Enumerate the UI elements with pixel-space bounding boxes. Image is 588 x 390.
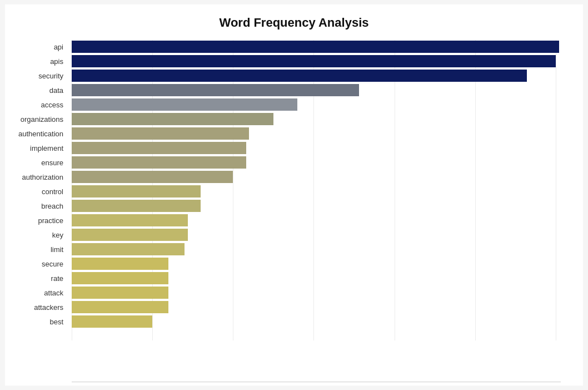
bar-row: access <box>72 98 561 111</box>
bar-fill <box>72 127 249 140</box>
bar-row: api <box>72 40 561 53</box>
bar-fill <box>72 200 201 212</box>
bar-fill <box>72 315 152 328</box>
bar-fill <box>72 84 359 96</box>
bar-fill <box>72 214 188 226</box>
bar-label: api <box>8 43 69 51</box>
bar-row: apis <box>72 55 561 68</box>
bar-label: authorization <box>8 173 69 181</box>
bar-row: limit <box>72 243 561 256</box>
bar-fill <box>72 156 246 169</box>
bar-fill <box>72 229 188 241</box>
chart-title: Word Frequency Analysis <box>27 16 561 30</box>
bar-row: attackers <box>72 300 561 314</box>
bar-row: data <box>72 83 561 97</box>
chart-area: apiapissecuritydataaccessorganizationsau… <box>72 40 561 357</box>
bar-row: organizations <box>72 112 561 126</box>
bar-fill <box>72 142 246 154</box>
bar-fill <box>72 243 185 255</box>
bar-label: key <box>8 231 69 239</box>
bar-label: implement <box>8 144 69 152</box>
bar-row: implement <box>72 141 561 155</box>
bar-label: attack <box>8 289 69 297</box>
bar-row: secure <box>72 257 561 270</box>
bar-fill <box>72 55 556 67</box>
bar-row: authorization <box>72 170 561 184</box>
bar-label: access <box>8 101 69 109</box>
bar-fill <box>72 258 168 270</box>
x-axis <box>72 382 561 382</box>
bar-fill <box>72 113 273 125</box>
bar-fill <box>72 185 201 198</box>
bar-label: secure <box>8 260 69 268</box>
bar-row: authentication <box>72 127 561 140</box>
bar-fill <box>72 98 297 111</box>
bars-wrapper: apiapissecuritydataaccessorganizationsau… <box>72 40 561 340</box>
bar-fill <box>72 41 559 53</box>
bar-fill <box>72 287 168 299</box>
bar-label: limit <box>8 245 69 254</box>
chart-container: Word Frequency Analysis apiapissecurityd… <box>5 4 583 386</box>
bar-row: practice <box>72 214 561 227</box>
bar-row: attack <box>72 286 561 299</box>
bar-label: attackers <box>8 303 69 312</box>
bar-label: ensure <box>8 159 69 167</box>
bar-label: data <box>8 86 69 95</box>
bar-label: authentication <box>8 130 69 138</box>
bar-label: practice <box>8 216 69 225</box>
bar-fill <box>72 301 168 313</box>
bar-row: security <box>72 69 561 82</box>
bar-row: breach <box>72 199 561 213</box>
bar-label: breach <box>8 202 69 210</box>
bar-fill <box>72 70 527 82</box>
bar-row: key <box>72 228 561 241</box>
bar-label: best <box>8 318 69 326</box>
bar-label: apis <box>8 57 69 66</box>
bar-fill <box>72 171 233 183</box>
bar-row: rate <box>72 271 561 285</box>
bar-label: rate <box>8 274 69 283</box>
bar-row: ensure <box>72 156 561 169</box>
bar-fill <box>72 272 168 284</box>
bar-label: security <box>8 72 69 80</box>
bar-row: control <box>72 185 561 198</box>
bar-label: control <box>8 187 69 196</box>
bar-label: organizations <box>8 115 69 124</box>
bar-row: best <box>72 315 561 328</box>
